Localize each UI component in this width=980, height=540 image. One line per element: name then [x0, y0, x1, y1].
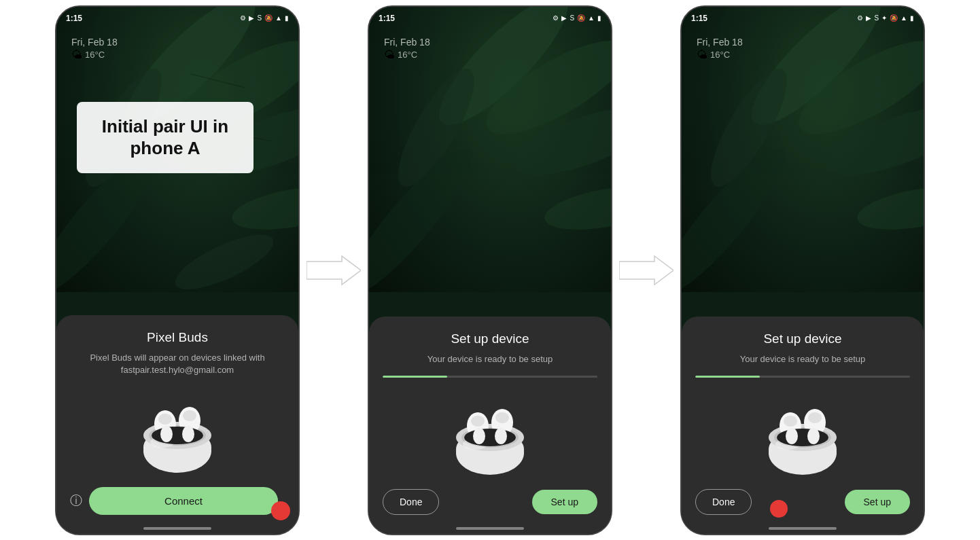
battery-icon-c: ▮ [910, 14, 914, 22]
svg-point-59 [807, 428, 820, 444]
status-time-b: 1:15 [379, 14, 395, 23]
bottom-sheet-c: Set up device Your device is ready to be… [682, 317, 924, 533]
mute-icon-a: 🔕 [264, 14, 273, 22]
status-bar-c: 1:15 ⚙ ▶ S ✦ 🔕 ▲ ▮ [682, 7, 924, 26]
buds-image-c [748, 389, 857, 477]
svg-marker-41 [619, 256, 673, 285]
label-box-a: Initial pair UI in phone A [77, 102, 253, 173]
sheet-subtitle-a: Pixel Buds will appear on devices linked… [70, 352, 285, 376]
wifi-icon-c: ▲ [900, 14, 907, 22]
phone-b: 1:15 ⚙ ▶ S 🔕 ▲ ▮ Fri, Feb 18 🌤 16°C Set … [368, 5, 612, 535]
date-text-c: Fri, Feb 18 [697, 37, 743, 48]
svg-point-15 [158, 414, 172, 425]
date-text-a: Fri, Feb 18 [71, 37, 118, 48]
date-overlay-b: Fri, Feb 18 🌤 16°C [384, 37, 430, 61]
done-button-b[interactable]: Done [383, 489, 439, 515]
status-icons-a: ⚙ ▶ S 🔕 ▲ ▮ [240, 14, 289, 22]
weather-row-b: 🌤 16°C [384, 49, 430, 61]
wifi-icon-a: ▲ [275, 14, 282, 22]
svg-point-20 [160, 426, 173, 442]
wifi-icon-b: ▲ [588, 14, 595, 22]
svg-point-17 [183, 410, 196, 421]
weather-temp-b: 16°C [398, 50, 417, 60]
sheet-title-c: Set up device [695, 331, 910, 346]
settings-icon-a: ⚙ [240, 14, 246, 22]
home-indicator-b [456, 527, 524, 530]
red-dot-c [770, 500, 788, 518]
svg-point-57 [777, 429, 828, 446]
connect-button-a[interactable]: Connect [89, 487, 278, 515]
done-button-c[interactable]: Done [695, 489, 752, 515]
weather-row-c: 🌤 16°C [697, 49, 743, 61]
status-icons-c: ⚙ ▶ S ✦ 🔕 ▲ ▮ [857, 14, 914, 22]
status-bar-a: 1:15 ⚙ ▶ S 🔕 ▲ ▮ [56, 7, 298, 26]
bottom-sheet-a: Pixel Buds Pixel Buds will appear on dev… [56, 315, 298, 533]
arrow-1 [300, 253, 368, 287]
home-indicator-a [143, 527, 211, 530]
settings-icon-c: ⚙ [857, 14, 863, 22]
date-overlay-a: Fri, Feb 18 🌤 16°C [71, 37, 118, 61]
svg-point-19 [152, 427, 203, 444]
home-indicator-c [769, 527, 837, 530]
buds-image-b [436, 389, 544, 477]
status-icons-b: ⚙ ▶ S 🔕 ▲ ▮ [553, 14, 601, 22]
red-dot-a [271, 501, 290, 520]
bluetooth-icon-c: ✦ [881, 14, 887, 22]
svg-point-53 [784, 416, 797, 427]
signal-icon-c: S [874, 14, 879, 22]
scene: 1:15 ⚙ ▶ S 🔕 ▲ ▮ Fri, Feb 18 🌤 16°C Init… [0, 0, 980, 540]
action-row-c: Done Set up [695, 489, 910, 515]
weather-temp-a: 16°C [85, 50, 105, 60]
sheet-title-a: Pixel Buds [70, 330, 285, 345]
svg-point-34 [471, 416, 485, 427]
progress-fill-c [695, 376, 760, 378]
action-row-b: Done Set up [383, 489, 597, 515]
sheet-subtitle-b: Your device is ready to be setup [383, 353, 597, 365]
mute-icon-c: 🔕 [890, 14, 898, 22]
arrow-2 [612, 253, 680, 287]
svg-point-21 [182, 426, 194, 442]
svg-point-39 [473, 428, 485, 444]
svg-marker-22 [307, 256, 361, 285]
setup-button-c[interactable]: Set up [845, 490, 910, 514]
setup-button-b[interactable]: Set up [532, 490, 597, 514]
progress-fill-b [383, 376, 447, 378]
weather-icon-a: 🌤 [71, 49, 82, 61]
svg-point-6 [169, 223, 280, 300]
weather-row-a: 🌤 16°C [71, 49, 118, 61]
settings-icon-b: ⚙ [553, 14, 559, 22]
media-icon-c: ▶ [866, 14, 871, 22]
svg-point-58 [786, 428, 798, 444]
status-time-c: 1:15 [691, 14, 707, 23]
svg-point-46 [854, 179, 924, 236]
connect-row-a: ⓘ Connect [70, 487, 285, 515]
svg-point-38 [464, 429, 516, 446]
phone-c: 1:15 ⚙ ▶ S ✦ 🔕 ▲ ▮ Fri, Feb 18 🌤 16°C Se… [680, 5, 925, 535]
status-bar-b: 1:15 ⚙ ▶ S 🔕 ▲ ▮ [369, 7, 611, 26]
sheet-title-b: Set up device [383, 331, 597, 346]
weather-icon-c: 🌤 [697, 49, 707, 61]
mute-icon-b: 🔕 [577, 14, 585, 22]
progress-bar-c [695, 376, 910, 378]
date-overlay-c: Fri, Feb 18 🌤 16°C [697, 37, 743, 61]
weather-icon-b: 🌤 [384, 49, 395, 61]
bottom-sheet-b: Set up device Your device is ready to be… [369, 317, 611, 533]
media-icon-a: ▶ [249, 14, 254, 22]
media-icon-b: ▶ [561, 14, 567, 22]
signal-icon-b: S [570, 14, 574, 22]
svg-point-4 [229, 179, 298, 236]
buds-image-a [123, 386, 232, 475]
sheet-subtitle-c: Your device is ready to be setup [695, 353, 910, 365]
battery-icon-b: ▮ [597, 14, 601, 22]
status-time-a: 1:15 [66, 14, 82, 23]
label-box-text-a: Initial pair UI in phone A [102, 116, 228, 159]
info-icon-a[interactable]: ⓘ [70, 492, 82, 509]
battery-icon-a: ▮ [285, 14, 289, 22]
weather-temp-c: 16°C [710, 50, 730, 60]
svg-point-55 [808, 412, 822, 423]
signal-icon-a: S [257, 14, 262, 22]
progress-bar-b [383, 376, 597, 378]
date-text-b: Fri, Feb 18 [384, 37, 430, 48]
svg-point-40 [495, 428, 507, 444]
svg-point-27 [542, 179, 611, 236]
